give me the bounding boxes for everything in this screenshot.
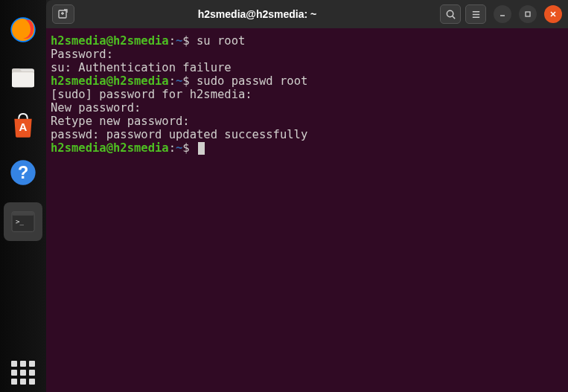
command-text: sudo passwd root — [197, 74, 307, 88]
dock-item-help[interactable]: ? — [5, 155, 41, 190]
dock-item-files[interactable] — [5, 60, 41, 95]
maximize-icon — [523, 10, 532, 19]
maximize-button[interactable] — [519, 5, 537, 23]
output-line: passwd: password updated successfully — [51, 128, 307, 141]
svg-text:?: ? — [18, 163, 28, 182]
output-line: New password: — [51, 101, 141, 115]
prompt-sep: : — [169, 34, 176, 48]
new-tab-button[interactable] — [52, 4, 74, 24]
dock-item-firefox[interactable] — [5, 12, 41, 48]
prompt-path: ~ — [176, 141, 182, 155]
output-line: su: Authentication failure — [51, 61, 232, 74]
hamburger-icon — [470, 9, 482, 20]
prompt-user: h2smedia@h2smedia — [51, 74, 169, 88]
titlebar-right — [440, 4, 562, 24]
folder-icon — [8, 62, 38, 92]
output-line: Retype new password: — [51, 115, 190, 128]
window-title: h2smedia@h2smedia: ~ — [74, 8, 440, 20]
prompt-sep: : — [169, 141, 176, 155]
dock: A ? >_ — [0, 0, 46, 392]
cursor — [198, 142, 205, 155]
menu-button[interactable] — [465, 4, 486, 24]
search-button[interactable] — [440, 4, 461, 24]
terminal-icon: >_ — [8, 207, 38, 237]
output-line: Password: — [51, 48, 113, 61]
prompt-user: h2smedia@h2smedia — [51, 34, 169, 48]
svg-line-11 — [452, 16, 454, 18]
search-icon — [445, 9, 456, 20]
close-icon — [549, 10, 558, 19]
new-tab-icon — [57, 8, 69, 20]
svg-text:A: A — [19, 121, 28, 133]
minimize-button[interactable] — [494, 5, 511, 23]
svg-point-10 — [447, 10, 453, 16]
titlebar-left — [52, 4, 74, 24]
svg-rect-2 — [12, 72, 34, 87]
shopping-bag-icon: A — [8, 110, 38, 140]
prompt-sep: : — [169, 74, 176, 88]
prompt-symbol: $ — [182, 74, 197, 88]
svg-rect-16 — [526, 12, 530, 16]
output-line: [sudo] password for h2smedia: — [51, 88, 252, 101]
prompt-user: h2smedia@h2smedia — [51, 141, 169, 155]
prompt-path: ~ — [176, 74, 182, 88]
prompt-symbol: $ — [182, 34, 197, 48]
prompt-path: ~ — [176, 34, 182, 48]
firefox-icon — [8, 15, 38, 45]
help-icon: ? — [8, 158, 38, 187]
terminal-body[interactable]: h2smedia@h2smedia:~$ su root Password: s… — [46, 28, 568, 392]
terminal-window: h2smedia@h2smedia: ~ — [46, 0, 568, 392]
dock-item-terminal[interactable]: >_ — [4, 202, 42, 241]
dock-item-software[interactable]: A — [5, 107, 41, 143]
minimize-icon — [498, 10, 507, 19]
command-text: su root — [197, 34, 245, 48]
svg-text:>_: >_ — [16, 217, 25, 225]
apps-grid-icon — [11, 361, 35, 385]
dock-apps-button[interactable] — [0, 361, 46, 385]
close-button[interactable] — [544, 5, 562, 23]
svg-rect-7 — [12, 212, 34, 216]
prompt-symbol: $ — [182, 141, 197, 155]
titlebar: h2smedia@h2smedia: ~ — [46, 0, 568, 28]
